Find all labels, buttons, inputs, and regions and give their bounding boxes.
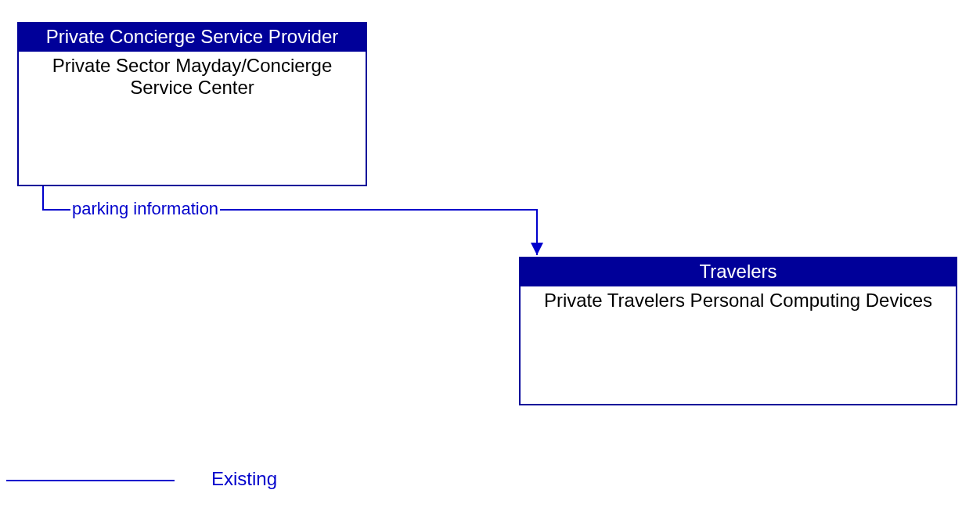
legend-line-existing bbox=[6, 480, 175, 481]
provider-body: Private Sector Mayday/Concierge Service … bbox=[19, 52, 366, 101]
legend-label-existing: Existing bbox=[211, 468, 277, 490]
travelers-box: Travelers Private Travelers Personal Com… bbox=[519, 257, 957, 405]
travelers-body: Private Travelers Personal Computing Dev… bbox=[521, 286, 956, 315]
flow-label: parking information bbox=[70, 199, 220, 219]
travelers-header: Travelers bbox=[521, 258, 956, 286]
provider-header: Private Concierge Service Provider bbox=[19, 23, 366, 52]
provider-box: Private Concierge Service Provider Priva… bbox=[17, 22, 367, 186]
